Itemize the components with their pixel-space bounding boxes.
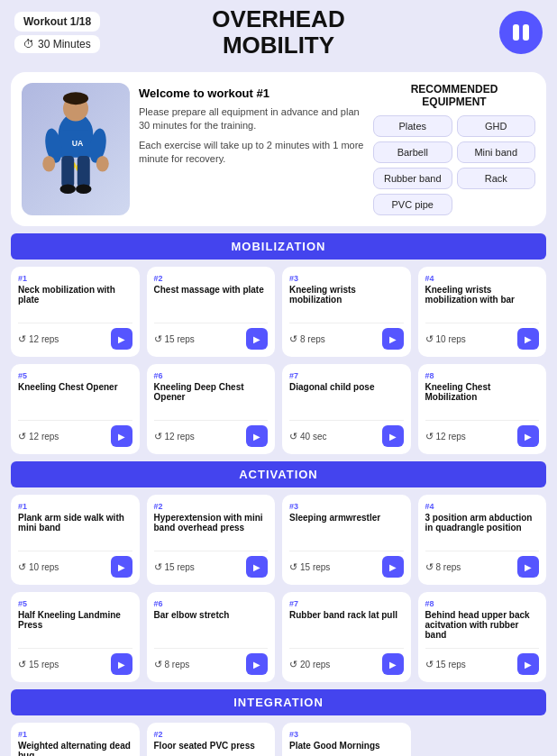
sections-container: MOBILIZATION#1Neck mobilization with pla… <box>0 233 557 756</box>
exercise-bottom: ↺ 10 reps▶ <box>18 551 132 578</box>
play-button[interactable]: ▶ <box>246 425 268 447</box>
exercise-card: #1Neck mobilization with plate↺ 12 reps▶ <box>11 267 140 357</box>
exercise-reps: ↺ 10 reps <box>18 561 59 573</box>
exercise-reps: ↺ 20 reps <box>289 659 330 670</box>
exercise-number: #6 <box>154 371 269 380</box>
description1: Please prepare all equipment in advance … <box>139 105 364 133</box>
exercise-bottom: ↺ 15 reps▶ <box>154 323 269 350</box>
exercise-number: #1 <box>18 502 132 511</box>
exercise-card: #5Half Kneeling Landmine Press↺ 15 reps▶ <box>11 592 140 682</box>
exercise-name: Hyperextension with mini band overhead p… <box>154 513 269 545</box>
exercise-number: #5 <box>18 371 132 380</box>
svg-point-16 <box>76 184 92 194</box>
equipment-section: RECOMMENDEDEQUIPMENT Plates GHD Barbell … <box>373 83 535 215</box>
svg-rect-14 <box>78 156 90 187</box>
clock-icon: ↺ <box>289 431 297 442</box>
exercise-name: Half Kneeling Landmine Press <box>18 610 132 642</box>
exercise-bottom: ↺ 8 reps▶ <box>154 648 269 675</box>
exercise-reps: ↺ 8 reps <box>289 333 325 345</box>
play-button[interactable]: ▶ <box>382 328 404 350</box>
clock-icon: ↺ <box>425 659 434 670</box>
clock-icon: ↺ <box>18 333 26 345</box>
equip-ghd: GHD <box>457 115 536 137</box>
play-button[interactable]: ▶ <box>382 425 404 447</box>
exercise-reps: ↺ 10 reps <box>425 333 466 345</box>
exercise-name: Chest massage with plate <box>154 285 269 317</box>
exercise-reps: ↺ 8 reps <box>425 561 461 573</box>
exercise-number: #8 <box>425 599 540 608</box>
play-button[interactable]: ▶ <box>111 653 132 675</box>
equipment-title: RECOMMENDEDEQUIPMENT <box>373 83 535 108</box>
play-button[interactable]: ▶ <box>246 653 268 675</box>
exercise-name: Diagonal child pose <box>289 382 404 414</box>
exercise-grid-2: #1Weighted alternating dead bug↺ 12 reps… <box>11 723 546 756</box>
play-button[interactable]: ▶ <box>517 425 539 447</box>
exercise-number: #8 <box>425 371 540 380</box>
equip-plates: Plates <box>373 115 452 137</box>
exercise-name: Sleeping armwrestler <box>289 513 404 545</box>
svg-rect-13 <box>61 156 74 187</box>
play-button[interactable]: ▶ <box>382 653 404 675</box>
exercise-number: #7 <box>289 371 404 380</box>
clock-icon: ↺ <box>154 561 162 573</box>
exercise-number: #2 <box>154 730 269 739</box>
exercise-reps: ↺ 12 reps <box>425 431 466 442</box>
hero-section: UA Welcome to workout #1 Please prepare … <box>11 72 546 226</box>
play-button[interactable]: ▶ <box>517 653 539 675</box>
equip-rack: Rack <box>457 168 536 189</box>
exercise-bottom: ↺ 12 reps▶ <box>18 323 132 350</box>
clock-icon: ↺ <box>18 431 26 442</box>
athlete-image: UA <box>22 83 130 215</box>
svg-point-9 <box>42 156 55 172</box>
svg-text:UA: UA <box>72 138 84 147</box>
exercise-card: #7Rubber band rack lat pull↺ 20 reps▶ <box>282 592 411 682</box>
play-button[interactable]: ▶ <box>246 556 268 578</box>
svg-rect-0 <box>513 24 519 41</box>
exercise-name: Plank arm side walk with mini band <box>18 513 132 545</box>
exercise-card: #2Chest massage with plate↺ 15 reps▶ <box>147 267 276 357</box>
exercise-number: #4 <box>425 274 540 283</box>
exercise-bottom: ↺ 15 reps▶ <box>18 648 132 675</box>
exercise-number: #2 <box>154 274 269 283</box>
exercise-card: #8Behind head upper back acitvation with… <box>418 592 547 682</box>
exercise-bottom: ↺ 15 reps▶ <box>154 551 269 578</box>
exercise-card: #2Hyperextension with mini band overhead… <box>147 495 276 585</box>
clock-icon: ⏱ <box>23 38 34 50</box>
exercise-name: Kneeling wrists mobilization with bar <box>425 285 540 317</box>
exercise-grid-0: #1Neck mobilization with plate↺ 12 reps▶… <box>11 267 546 454</box>
equip-barbell: Barbell <box>373 141 452 163</box>
exercise-card: #3Kneeling wrists mobilization↺ 8 reps▶ <box>282 267 411 357</box>
exercise-card: #7Diagonal child pose↺ 40 sec▶ <box>282 364 411 454</box>
exercise-card: #43 position arm abduction in quadrangle… <box>418 495 547 585</box>
play-button[interactable]: ▶ <box>111 328 132 350</box>
play-button[interactable]: ▶ <box>111 425 132 447</box>
equip-pvc: PVC pipe <box>373 194 452 215</box>
exercise-reps: ↺ 15 reps <box>154 333 195 345</box>
exercise-name: Kneeling Deep Chest Opener <box>154 382 269 414</box>
equip-miniband: Mini band <box>457 141 536 163</box>
exercise-card: #4Kneeling wrists mobilization with bar↺… <box>418 267 547 357</box>
exercise-name: Bar elbow stretch <box>154 610 269 642</box>
exercise-name: Floor seated PVC press <box>154 741 269 756</box>
exercise-number: #3 <box>289 730 404 739</box>
title-line2: MOBILITY <box>223 32 334 59</box>
play-button[interactable]: ▶ <box>517 328 539 350</box>
time-label: 30 Minutes <box>38 38 91 50</box>
exercise-name: Behind head upper back acitvation with r… <box>425 610 540 642</box>
exercise-name: Rubber band rack lat pull <box>289 610 404 642</box>
exercise-number: #3 <box>289 502 404 511</box>
svg-rect-1 <box>523 24 529 41</box>
equip-rubberband: Rubber band <box>373 168 452 189</box>
exercise-bottom: ↺ 12 reps▶ <box>154 420 269 447</box>
play-button[interactable]: ▶ <box>111 556 132 578</box>
exercise-number: #2 <box>154 502 269 511</box>
exercise-card: #1Plank arm side walk with mini band↺ 10… <box>11 495 140 585</box>
exercise-bottom: ↺ 12 reps▶ <box>425 420 540 447</box>
exercise-reps: ↺ 15 reps <box>425 659 466 670</box>
section-header-1: ACTIVATION <box>11 461 546 487</box>
exercise-card: #2Floor seated PVC press↺ 12 reps▶ <box>147 723 276 756</box>
play-button[interactable]: ▶ <box>382 556 404 578</box>
play-button[interactable]: ▶ <box>246 328 268 350</box>
play-button[interactable]: ▶ <box>517 556 539 578</box>
svg-point-15 <box>60 184 77 194</box>
